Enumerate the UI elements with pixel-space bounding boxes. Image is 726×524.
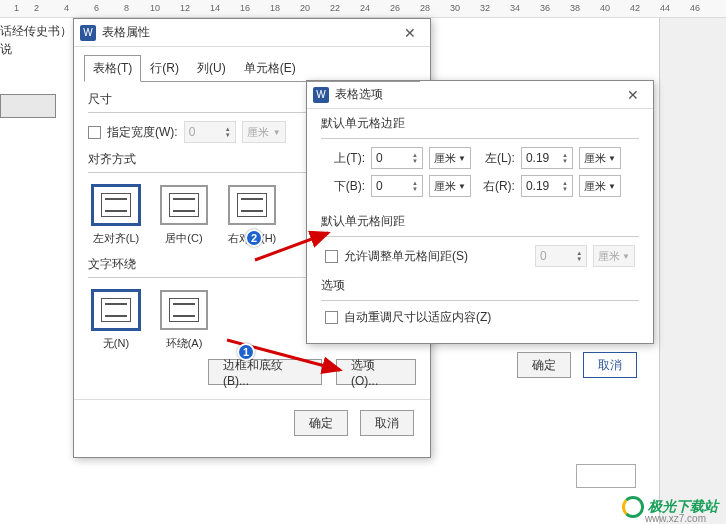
align-center-label: 居中(C) bbox=[160, 231, 208, 246]
dialog2-titlebar[interactable]: W 表格选项 ✕ bbox=[307, 81, 653, 109]
app-icon: W bbox=[80, 25, 96, 41]
dialog2-title: 表格选项 bbox=[335, 86, 619, 103]
margin-top-input[interactable]: 0▲▼ bbox=[371, 147, 423, 169]
allow-spacing-checkbox[interactable] bbox=[325, 250, 338, 263]
cell-margins-group: 默认单元格边距 上(T): 0▲▼ 厘米▼ 左(L): 0.19▲▼ 厘米▼ 下… bbox=[321, 115, 639, 207]
close-icon[interactable]: ✕ bbox=[396, 23, 424, 43]
margin-bottom-label: 下(B): bbox=[325, 178, 365, 195]
spec-width-checkbox[interactable] bbox=[88, 126, 101, 139]
tab-row[interactable]: 行(R) bbox=[141, 55, 188, 82]
doc-line-2: 说 bbox=[0, 40, 72, 58]
margin-right-label: 右(R): bbox=[477, 178, 515, 195]
width-input: 0 ▲▼ bbox=[184, 121, 236, 143]
dialog2-ok-button[interactable]: 确定 bbox=[517, 352, 571, 378]
auto-resize-label: 自动重调尺寸以适应内容(Z) bbox=[344, 309, 491, 326]
dialog1-cancel-button[interactable]: 取消 bbox=[360, 410, 414, 436]
margin-left-label: 左(L): bbox=[477, 150, 515, 167]
width-unit-select: 厘米▼ bbox=[242, 121, 286, 143]
wrap-none-label: 无(N) bbox=[92, 336, 140, 351]
margin-left-unit[interactable]: 厘米▼ bbox=[579, 147, 621, 169]
document-small-box bbox=[576, 464, 636, 488]
dialog1-title: 表格属性 bbox=[102, 24, 396, 41]
document-table-fragment bbox=[0, 94, 56, 118]
wrap-around-option[interactable] bbox=[160, 290, 208, 330]
align-right-option[interactable] bbox=[228, 185, 276, 225]
margin-bottom-unit[interactable]: 厘米▼ bbox=[429, 175, 471, 197]
annotation-badge-1: 1 bbox=[237, 343, 255, 361]
spec-width-label: 指定宽度(W): bbox=[107, 124, 178, 141]
tab-column[interactable]: 列(U) bbox=[188, 55, 235, 82]
document-text: 话经传史书） 说 bbox=[0, 22, 72, 58]
dialog1-button-row: 确定 取消 bbox=[74, 400, 430, 446]
watermark-logo-icon bbox=[622, 496, 644, 518]
tab-cell[interactable]: 单元格(E) bbox=[235, 55, 305, 82]
margin-top-label: 上(T): bbox=[325, 150, 365, 167]
table-options-dialog: W 表格选项 ✕ 默认单元格边距 上(T): 0▲▼ 厘米▼ 左(L): 0.1… bbox=[306, 80, 654, 344]
cell-spacing-group: 默认单元格间距 允许调整单元格间距(S) 0▲▼ 厘米▼ bbox=[321, 213, 639, 271]
border-shading-button[interactable]: 边框和底纹(B)... bbox=[208, 359, 322, 385]
horizontal-ruler: 12468 1012141618 2022242628 3032343638 4… bbox=[0, 0, 726, 18]
wrap-none-option[interactable] bbox=[92, 290, 140, 330]
close-icon[interactable]: ✕ bbox=[619, 85, 647, 105]
spacing-unit: 厘米▼ bbox=[593, 245, 635, 267]
cell-spacing-label: 默认单元格间距 bbox=[321, 213, 639, 232]
align-center-option[interactable] bbox=[160, 185, 208, 225]
watermark-url: www.xz7.com bbox=[645, 513, 706, 524]
margin-right-input[interactable]: 0.19▲▼ bbox=[521, 175, 573, 197]
dialog2-cancel-button[interactable]: 取消 bbox=[583, 352, 637, 378]
auto-resize-checkbox[interactable] bbox=[325, 311, 338, 324]
annotation-badge-2: 2 bbox=[245, 229, 263, 247]
cell-margins-label: 默认单元格边距 bbox=[321, 115, 639, 134]
dialog1-ok-button[interactable]: 确定 bbox=[294, 410, 348, 436]
margin-left-input[interactable]: 0.19▲▼ bbox=[521, 147, 573, 169]
margin-right-unit[interactable]: 厘米▼ bbox=[579, 175, 621, 197]
options-group: 选项 自动重调尺寸以适应内容(Z) bbox=[321, 277, 639, 330]
app-icon: W bbox=[313, 87, 329, 103]
margin-top-unit[interactable]: 厘米▼ bbox=[429, 147, 471, 169]
watermark: 极光下载站 www.xz7.com bbox=[622, 496, 718, 518]
dialog1-titlebar[interactable]: W 表格属性 ✕ bbox=[74, 19, 430, 47]
margin-bottom-input[interactable]: 0▲▼ bbox=[371, 175, 423, 197]
options-group-label: 选项 bbox=[321, 277, 639, 296]
allow-spacing-label: 允许调整单元格间距(S) bbox=[344, 248, 529, 265]
wrap-around-label: 环绕(A) bbox=[160, 336, 208, 351]
align-left-option[interactable] bbox=[92, 185, 140, 225]
align-left-label: 左对齐(L) bbox=[92, 231, 140, 246]
tab-table[interactable]: 表格(T) bbox=[84, 55, 141, 82]
dialog2-button-row: 确定 取消 bbox=[307, 342, 653, 388]
dialog1-tabstrip: 表格(T) 行(R) 列(U) 单元格(E) bbox=[74, 47, 430, 82]
spacing-input: 0▲▼ bbox=[535, 245, 587, 267]
doc-line-1: 话经传史书） bbox=[0, 22, 72, 40]
